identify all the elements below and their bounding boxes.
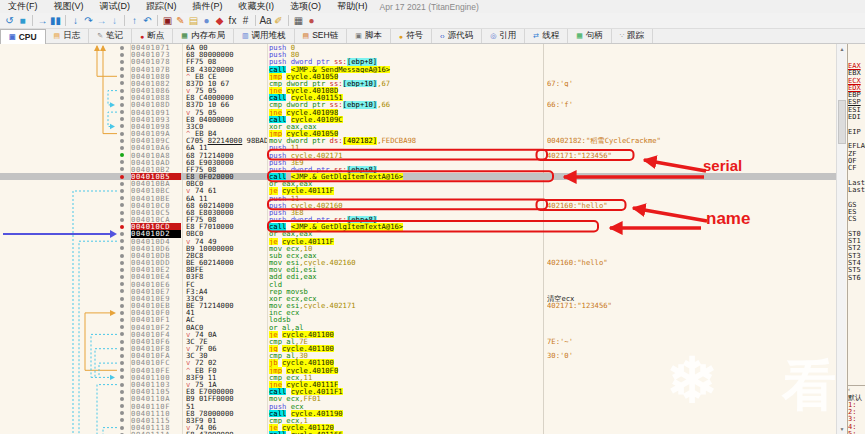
breakpoint-dot[interactable]: [120, 81, 124, 85]
breakpoint-dot[interactable]: [120, 139, 124, 143]
disasm-row[interactable]: 00401110E8 78000000call cycle.401190: [0, 410, 836, 417]
breakpoint-dot[interactable]: [120, 375, 124, 379]
run-back-icon[interactable]: ↶: [141, 14, 154, 28]
disasm-row[interactable]: 004010FCv72 02jb cycle.401100: [0, 359, 836, 366]
disasm-row[interactable]: 004010D6B9 10000000mov ecx,10: [0, 245, 836, 252]
breakpoint-dot[interactable]: [120, 361, 124, 365]
breakpoint-dot[interactable]: [120, 368, 124, 372]
breakpoint-dot[interactable]: [120, 218, 124, 222]
step-over-icon[interactable]: ↷: [82, 14, 95, 28]
step-down-icon[interactable]: ↓: [108, 14, 121, 28]
breakpoint-dot[interactable]: [120, 340, 124, 344]
tab-跟踪[interactable]: ∵跟踪: [612, 29, 653, 43]
breakpoint-dot-red[interactable]: [120, 225, 124, 229]
breakpoint-dot[interactable]: [120, 67, 124, 71]
menu-item[interactable]: 收藏夹(I): [231, 0, 283, 13]
breakpoint-dot[interactable]: [120, 282, 124, 286]
menu-item[interactable]: 跟踪(N): [138, 0, 185, 13]
tab-符号[interactable]: ●符号: [391, 29, 432, 43]
disasm-row[interactable]: 004010F4v74 0Aje cycle.401100: [0, 331, 836, 338]
disasm-row[interactable]: 0040110AB9 01FF0000mov ecx,FF01: [0, 395, 836, 402]
scrollbar-down-icon[interactable]: ▼: [837, 424, 847, 434]
breakpoint-dot[interactable]: [120, 311, 124, 315]
stop-icon[interactable]: ■: [16, 14, 29, 28]
disasm-row[interactable]: 0040109833C0xor eax,eax: [0, 123, 836, 130]
breakpoint-dot[interactable]: [120, 196, 124, 200]
breakpoint-dot[interactable]: [120, 354, 124, 358]
breakpoint-dot[interactable]: [120, 426, 124, 430]
disasm-row[interactable]: 004010716A 00push 0: [0, 44, 836, 51]
breakpoint-dot[interactable]: [120, 390, 124, 394]
run-icon[interactable]: →: [36, 14, 49, 28]
breakpoint-dot[interactable]: [120, 132, 124, 136]
breakpoint-dot[interactable]: [120, 53, 124, 57]
disasm-row[interactable]: 0040107BE8 43020000call <JMP.&_SendMessa…: [0, 66, 836, 73]
breakpoint-dot[interactable]: [120, 289, 124, 293]
disasm-row[interactable]: 0040110F51push ecx: [0, 403, 836, 410]
execute-till-return-icon[interactable]: ↑: [128, 14, 141, 28]
tab-SEH链[interactable]: ▤SEH链: [295, 29, 348, 43]
disasm-row[interactable]: 004010BE6A 11push 11: [0, 195, 836, 202]
run-to-cursor-icon[interactable]: →: [95, 14, 108, 28]
breakpoint-dot[interactable]: [120, 211, 124, 215]
breakpoint-dot[interactable]: [120, 232, 124, 236]
layout-icon[interactable]: ▦: [292, 14, 305, 28]
breakpoint-dot[interactable]: [120, 397, 124, 401]
breakpoint-dot[interactable]: [120, 189, 124, 193]
breakpoint-dot[interactable]: [120, 383, 124, 387]
breakpoint-dot[interactable]: [120, 203, 124, 207]
highlighter-icon[interactable]: ✐: [272, 14, 285, 28]
breakpoint-dot[interactable]: [120, 261, 124, 265]
scrollbar-thumb[interactable]: [838, 100, 846, 144]
disasm-row[interactable]: 004010BCv74 61je cycle.40111F: [0, 187, 836, 194]
disasm-row[interactable]: 0040108D837D 10 66cmp dword ptr ss:[ebp+…: [0, 101, 836, 108]
breakpoint-dot[interactable]: [120, 117, 124, 121]
disasm-row[interactable]: 00401080^EB CEjmp cycle.401050: [0, 73, 836, 80]
breakpoint-dot[interactable]: [120, 297, 124, 301]
disasm-row[interactable]: 00401091v75 05jne cycle.401098: [0, 109, 836, 116]
breakpoint-dot[interactable]: [120, 404, 124, 408]
tab-源代码[interactable]: ‹›源代码: [432, 29, 482, 43]
breakpoint-dot[interactable]: [120, 60, 124, 64]
disasm-row[interactable]: 004010FE^EB F0jmp cycle.4010F0: [0, 367, 836, 374]
disasm-row[interactable]: 0040109CC705 82214000 98BADCFEmov dword …: [0, 137, 836, 144]
args-scroll-hint[interactable]: ‹: [848, 386, 865, 393]
breakpoint-dot[interactable]: [120, 96, 124, 100]
breakpoint-dot[interactable]: [120, 275, 124, 279]
breakpoint-dot[interactable]: [120, 124, 124, 128]
arguments-panel[interactable]: ‹ 默认 1:2:3:4:5:: [847, 385, 865, 434]
breakpoint-dot[interactable]: [120, 254, 124, 258]
disasm-row[interactable]: 004010E403F8add edi,eax: [0, 273, 836, 280]
tab-调用堆栈[interactable]: ▥调用堆栈: [234, 29, 295, 43]
breakpoint-dot[interactable]: [120, 182, 124, 186]
menu-item[interactable]: 调试(D): [92, 0, 139, 13]
breakpoint-dot[interactable]: [120, 332, 124, 336]
vertical-scrollbar[interactable]: ▲ ▼: [836, 44, 846, 434]
edit-pencil-icon[interactable]: ✎: [174, 14, 187, 28]
breakpoints-icon[interactable]: ▣: [161, 14, 174, 28]
menu-item[interactable]: 帮助(H): [329, 0, 376, 13]
disasm-row[interactable]: 004010E7F3:A4rep movsb: [0, 288, 836, 295]
disassembly-pane[interactable]: 004010716A 00push 00040107368 80000000pu…: [0, 44, 836, 434]
step-into-icon[interactable]: ↓: [69, 14, 82, 28]
disasm-row[interactable]: 004010F041inc ecx: [0, 309, 836, 316]
disasm-row[interactable]: 00401103v75 1Ajne cycle.40111F: [0, 381, 836, 388]
font-icon[interactable]: Aa: [259, 14, 272, 28]
tab-内存布局[interactable]: ▦内存布局: [173, 29, 234, 43]
settings-icon[interactable]: ●: [200, 14, 213, 28]
tab-引用[interactable]: ◎引用: [482, 29, 525, 43]
breakpoint-dot[interactable]: [120, 325, 124, 329]
disasm-row[interactable]: 004010F1AClodsb: [0, 316, 836, 323]
disasm-row[interactable]: 004010DB2BC8sub ecx,eax: [0, 252, 836, 259]
disasm-row[interactable]: 004010D4v74 49je cycle.40111F: [0, 238, 836, 245]
user-icon[interactable]: ●: [305, 14, 318, 28]
disasm-row[interactable]: 0040109A^EB B4jmp cycle.401050: [0, 130, 836, 137]
disasm-row[interactable]: 00401105E8 E7000000call cycle.4011F1: [0, 388, 836, 395]
tab-脚本[interactable]: ▣脚本: [347, 29, 391, 43]
disasm-row[interactable]: 00401118v74 06je cycle.401120: [0, 424, 836, 431]
breakpoint-dot[interactable]: [120, 347, 124, 351]
menu-item[interactable]: 文件(F): [0, 0, 46, 13]
disasm-row[interactable]: 00401082837D 10 67cmp dword ptr ss:[ebp+…: [0, 80, 836, 87]
breakpoint-dot[interactable]: [120, 167, 124, 171]
disasm-row[interactable]: 00401086v75 05jne cycle.40108D: [0, 87, 836, 94]
